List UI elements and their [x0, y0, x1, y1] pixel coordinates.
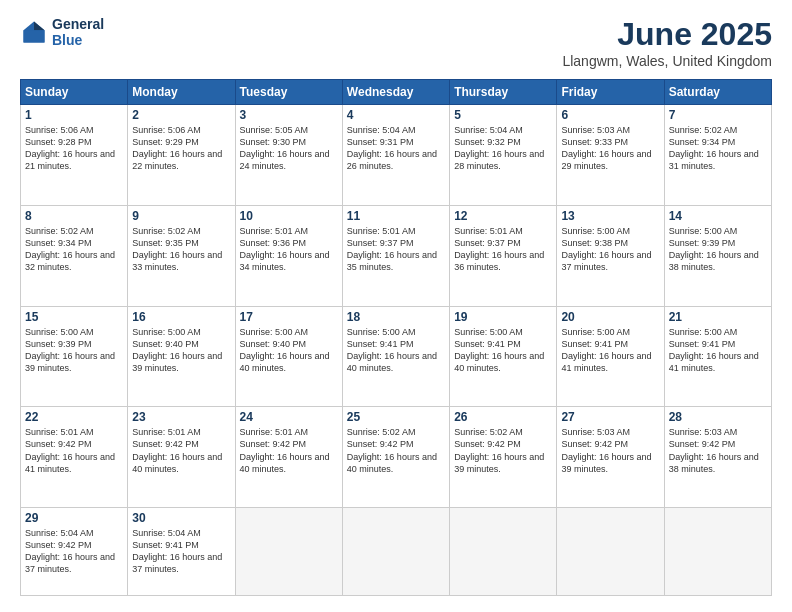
day-info: Sunrise: 5:03 AMSunset: 9:42 PMDaylight:…	[669, 426, 767, 475]
day-info: Sunrise: 5:02 AMSunset: 9:35 PMDaylight:…	[132, 225, 230, 274]
calendar: SundayMondayTuesdayWednesdayThursdayFrid…	[20, 79, 772, 596]
day-number: 10	[240, 209, 338, 223]
calendar-row: 15Sunrise: 5:00 AMSunset: 9:39 PMDayligh…	[21, 306, 772, 407]
calendar-cell: 13Sunrise: 5:00 AMSunset: 9:38 PMDayligh…	[557, 205, 664, 306]
day-number: 13	[561, 209, 659, 223]
day-info: Sunrise: 5:04 AMSunset: 9:31 PMDaylight:…	[347, 124, 445, 173]
day-info: Sunrise: 5:03 AMSunset: 9:33 PMDaylight:…	[561, 124, 659, 173]
calendar-cell: 14Sunrise: 5:00 AMSunset: 9:39 PMDayligh…	[664, 205, 771, 306]
day-info: Sunrise: 5:00 AMSunset: 9:40 PMDaylight:…	[240, 326, 338, 375]
day-info: Sunrise: 5:00 AMSunset: 9:41 PMDaylight:…	[454, 326, 552, 375]
calendar-day-header: Tuesday	[235, 80, 342, 105]
day-number: 16	[132, 310, 230, 324]
day-info: Sunrise: 5:00 AMSunset: 9:41 PMDaylight:…	[561, 326, 659, 375]
day-number: 5	[454, 108, 552, 122]
calendar-cell: 16Sunrise: 5:00 AMSunset: 9:40 PMDayligh…	[128, 306, 235, 407]
day-number: 14	[669, 209, 767, 223]
calendar-cell: 10Sunrise: 5:01 AMSunset: 9:36 PMDayligh…	[235, 205, 342, 306]
day-info: Sunrise: 5:00 AMSunset: 9:41 PMDaylight:…	[347, 326, 445, 375]
month-title: June 2025	[562, 16, 772, 53]
day-number: 23	[132, 410, 230, 424]
calendar-cell: 29Sunrise: 5:04 AMSunset: 9:42 PMDayligh…	[21, 508, 128, 596]
calendar-cell: 3Sunrise: 5:05 AMSunset: 9:30 PMDaylight…	[235, 105, 342, 206]
calendar-cell: 9Sunrise: 5:02 AMSunset: 9:35 PMDaylight…	[128, 205, 235, 306]
day-info: Sunrise: 5:00 AMSunset: 9:40 PMDaylight:…	[132, 326, 230, 375]
day-number: 20	[561, 310, 659, 324]
calendar-day-header: Saturday	[664, 80, 771, 105]
calendar-row: 29Sunrise: 5:04 AMSunset: 9:42 PMDayligh…	[21, 508, 772, 596]
calendar-cell: 6Sunrise: 5:03 AMSunset: 9:33 PMDaylight…	[557, 105, 664, 206]
svg-rect-2	[24, 30, 45, 42]
calendar-cell: 23Sunrise: 5:01 AMSunset: 9:42 PMDayligh…	[128, 407, 235, 508]
calendar-header-row: SundayMondayTuesdayWednesdayThursdayFrid…	[21, 80, 772, 105]
calendar-cell: 15Sunrise: 5:00 AMSunset: 9:39 PMDayligh…	[21, 306, 128, 407]
day-info: Sunrise: 5:02 AMSunset: 9:34 PMDaylight:…	[25, 225, 123, 274]
calendar-day-header: Monday	[128, 80, 235, 105]
day-number: 9	[132, 209, 230, 223]
day-info: Sunrise: 5:01 AMSunset: 9:42 PMDaylight:…	[240, 426, 338, 475]
svg-marker-1	[34, 22, 45, 31]
day-number: 28	[669, 410, 767, 424]
calendar-cell: 20Sunrise: 5:00 AMSunset: 9:41 PMDayligh…	[557, 306, 664, 407]
day-info: Sunrise: 5:02 AMSunset: 9:42 PMDaylight:…	[347, 426, 445, 475]
day-number: 26	[454, 410, 552, 424]
location: Llangwm, Wales, United Kingdom	[562, 53, 772, 69]
calendar-day-header: Wednesday	[342, 80, 449, 105]
calendar-cell: 25Sunrise: 5:02 AMSunset: 9:42 PMDayligh…	[342, 407, 449, 508]
calendar-cell: 8Sunrise: 5:02 AMSunset: 9:34 PMDaylight…	[21, 205, 128, 306]
calendar-day-header: Thursday	[450, 80, 557, 105]
day-info: Sunrise: 5:04 AMSunset: 9:32 PMDaylight:…	[454, 124, 552, 173]
calendar-cell: 4Sunrise: 5:04 AMSunset: 9:31 PMDaylight…	[342, 105, 449, 206]
day-number: 29	[25, 511, 123, 525]
day-number: 3	[240, 108, 338, 122]
calendar-cell: 2Sunrise: 5:06 AMSunset: 9:29 PMDaylight…	[128, 105, 235, 206]
day-number: 19	[454, 310, 552, 324]
day-number: 6	[561, 108, 659, 122]
calendar-cell: 27Sunrise: 5:03 AMSunset: 9:42 PMDayligh…	[557, 407, 664, 508]
calendar-cell: 19Sunrise: 5:00 AMSunset: 9:41 PMDayligh…	[450, 306, 557, 407]
day-number: 18	[347, 310, 445, 324]
day-number: 12	[454, 209, 552, 223]
day-number: 15	[25, 310, 123, 324]
logo-text: General Blue	[52, 16, 104, 48]
calendar-cell	[450, 508, 557, 596]
calendar-cell: 5Sunrise: 5:04 AMSunset: 9:32 PMDaylight…	[450, 105, 557, 206]
calendar-cell	[557, 508, 664, 596]
calendar-cell	[664, 508, 771, 596]
calendar-row: 1Sunrise: 5:06 AMSunset: 9:28 PMDaylight…	[21, 105, 772, 206]
day-number: 22	[25, 410, 123, 424]
calendar-day-header: Sunday	[21, 80, 128, 105]
day-number: 1	[25, 108, 123, 122]
day-number: 4	[347, 108, 445, 122]
day-info: Sunrise: 5:00 AMSunset: 9:39 PMDaylight:…	[25, 326, 123, 375]
calendar-cell: 26Sunrise: 5:02 AMSunset: 9:42 PMDayligh…	[450, 407, 557, 508]
page: General Blue June 2025 Llangwm, Wales, U…	[0, 0, 792, 612]
day-number: 25	[347, 410, 445, 424]
day-info: Sunrise: 5:01 AMSunset: 9:37 PMDaylight:…	[347, 225, 445, 274]
day-number: 17	[240, 310, 338, 324]
day-number: 30	[132, 511, 230, 525]
calendar-row: 8Sunrise: 5:02 AMSunset: 9:34 PMDaylight…	[21, 205, 772, 306]
day-number: 24	[240, 410, 338, 424]
day-info: Sunrise: 5:01 AMSunset: 9:42 PMDaylight:…	[132, 426, 230, 475]
calendar-day-header: Friday	[557, 80, 664, 105]
day-info: Sunrise: 5:06 AMSunset: 9:28 PMDaylight:…	[25, 124, 123, 173]
day-number: 21	[669, 310, 767, 324]
day-info: Sunrise: 5:00 AMSunset: 9:39 PMDaylight:…	[669, 225, 767, 274]
day-number: 2	[132, 108, 230, 122]
day-info: Sunrise: 5:01 AMSunset: 9:42 PMDaylight:…	[25, 426, 123, 475]
day-info: Sunrise: 5:00 AMSunset: 9:41 PMDaylight:…	[669, 326, 767, 375]
calendar-cell: 24Sunrise: 5:01 AMSunset: 9:42 PMDayligh…	[235, 407, 342, 508]
title-area: June 2025 Llangwm, Wales, United Kingdom	[562, 16, 772, 69]
day-info: Sunrise: 5:04 AMSunset: 9:42 PMDaylight:…	[25, 527, 123, 576]
day-info: Sunrise: 5:02 AMSunset: 9:34 PMDaylight:…	[669, 124, 767, 173]
calendar-cell: 30Sunrise: 5:04 AMSunset: 9:41 PMDayligh…	[128, 508, 235, 596]
calendar-cell: 7Sunrise: 5:02 AMSunset: 9:34 PMDaylight…	[664, 105, 771, 206]
day-info: Sunrise: 5:02 AMSunset: 9:42 PMDaylight:…	[454, 426, 552, 475]
day-number: 7	[669, 108, 767, 122]
calendar-cell: 22Sunrise: 5:01 AMSunset: 9:42 PMDayligh…	[21, 407, 128, 508]
calendar-cell: 18Sunrise: 5:00 AMSunset: 9:41 PMDayligh…	[342, 306, 449, 407]
day-info: Sunrise: 5:01 AMSunset: 9:37 PMDaylight:…	[454, 225, 552, 274]
day-info: Sunrise: 5:01 AMSunset: 9:36 PMDaylight:…	[240, 225, 338, 274]
calendar-row: 22Sunrise: 5:01 AMSunset: 9:42 PMDayligh…	[21, 407, 772, 508]
